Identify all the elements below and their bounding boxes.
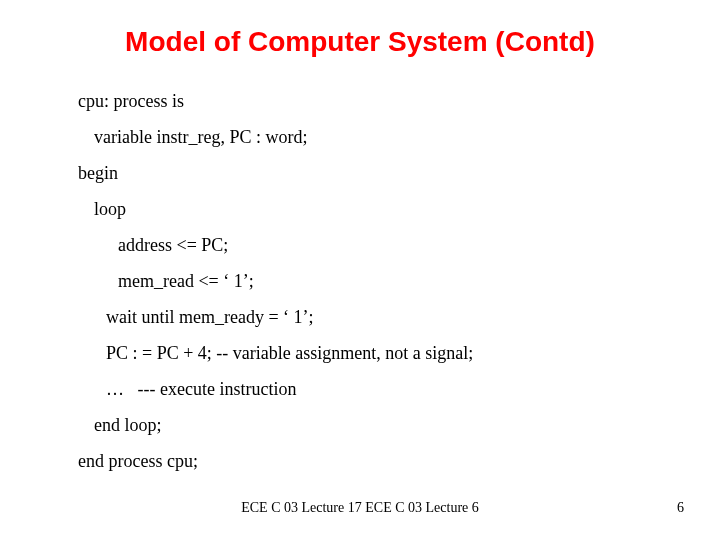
footer-text: ECE C 03 Lecture 17 ECE C 03 Lecture 6 [0,500,720,516]
slide: Model of Computer System (Contd) cpu: pr… [0,0,720,540]
code-line: end loop; [78,416,658,434]
code-line: PC : = PC + 4; -- variable assignment, n… [78,344,658,362]
code-block: cpu: process is variable instr_reg, PC :… [78,92,658,488]
code-line: loop [78,200,658,218]
code-line: cpu: process is [78,92,658,110]
code-line: wait until mem_ready = ‘ 1’; [78,308,658,326]
code-line: address <= PC; [78,236,658,254]
code-line: begin [78,164,658,182]
slide-title: Model of Computer System (Contd) [0,26,720,58]
code-line: … --- execute instruction [78,380,658,398]
code-line: variable instr_reg, PC : word; [78,128,658,146]
code-line: end process cpu; [78,452,658,470]
page-number: 6 [677,500,684,516]
code-line: mem_read <= ‘ 1’; [78,272,658,290]
